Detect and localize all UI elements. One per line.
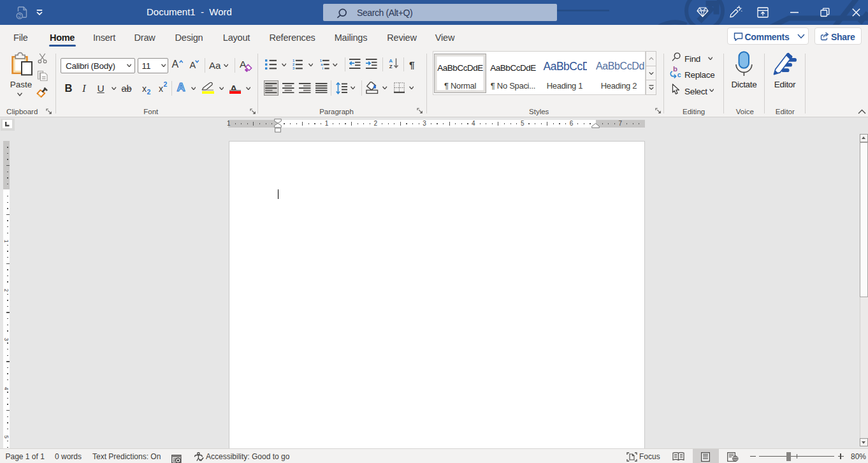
svg-text:2: 2	[293, 62, 294, 66]
svg-text:a: a	[321, 62, 323, 66]
svg-text:3: 3	[293, 66, 294, 70]
svg-text:c: c	[677, 71, 681, 78]
svg-text:i: i	[322, 66, 323, 70]
svg-text:1: 1	[293, 59, 294, 62]
svg-text:Z: Z	[389, 64, 393, 69]
svg-text:A: A	[389, 58, 393, 64]
svg-text:1: 1	[319, 59, 321, 62]
